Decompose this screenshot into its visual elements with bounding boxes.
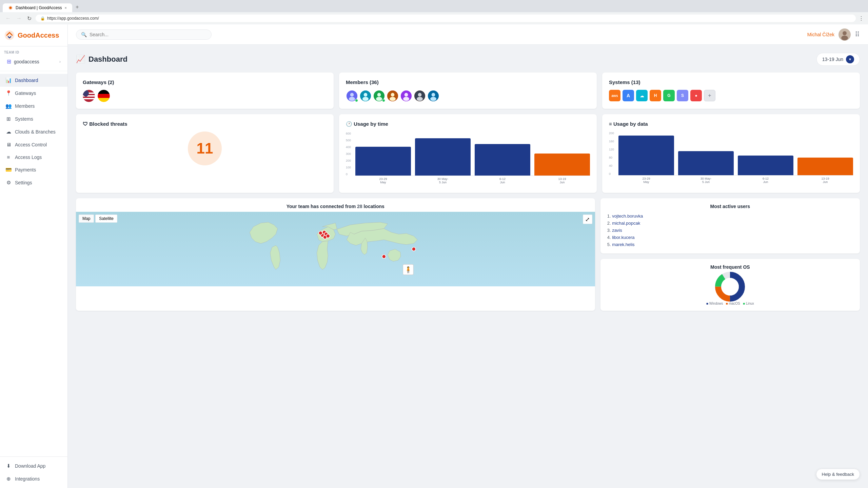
user-link-1[interactable]: vojtech.boruvka — [612, 214, 643, 219]
most-frequent-os-card: Most frequent OS ■ Windows — [600, 259, 860, 311]
most-active-users-title: Most active users — [607, 204, 853, 209]
sidebar-item-systems-label: Systems — [15, 116, 33, 122]
map-expand-button[interactable]: ⤢ — [583, 215, 592, 224]
forward-button[interactable]: → — [15, 14, 23, 23]
systems-card: Systems (13) aws A ☁ H G S ● + — [602, 73, 860, 109]
svg-point-29 — [405, 93, 408, 97]
address-text: https://app.goodaccess.com/ — [47, 16, 99, 21]
x-labels-data: 23-29May 30 May-5 Jun 6-12Jun 13-19Jun — [618, 177, 853, 184]
user-name: Michal Čížek — [807, 32, 834, 37]
team-section: TEAM ID ⊞ goodaccess › — [0, 46, 67, 71]
sidebar-item-access-control[interactable]: 🖥 Access Control — [0, 138, 67, 151]
map-controls: Map Satellite — [79, 215, 117, 223]
dashboard-title: 📈 Dashboard — [76, 55, 127, 64]
svg-point-51 — [721, 278, 739, 296]
user-link-3[interactable]: zavis — [612, 228, 622, 233]
search-bar[interactable]: 🔍 — [76, 29, 212, 40]
svg-point-5 — [841, 36, 848, 40]
bars-time — [355, 132, 590, 176]
lock-icon: 🔒 — [40, 16, 45, 21]
charts-row: 🛡 Blocked threats 11 🕐 Usage by time — [76, 114, 860, 193]
new-tab-button[interactable]: + — [72, 2, 82, 12]
sidebar-item-payments[interactable]: 💳 Payments — [0, 163, 67, 176]
svg-point-18 — [349, 97, 355, 101]
dashboard-icon: 📊 — [5, 77, 12, 83]
user-link-2[interactable]: michal.popcak — [612, 221, 640, 226]
user-list-item-4: 4. libor.kucera — [607, 234, 853, 241]
extensions-button[interactable]: ⋮ — [859, 15, 864, 22]
x-label-1: 23-29May — [355, 177, 411, 184]
map-header: Your team has connected from 28 location… — [76, 198, 595, 212]
browser-actions: ⋮ — [859, 15, 864, 22]
system-add[interactable]: + — [704, 90, 715, 101]
back-button[interactable]: ← — [4, 14, 12, 23]
access-logs-icon: ≡ — [5, 154, 12, 160]
gateways-card-title: Gateways (2) — [83, 79, 327, 85]
sidebar-item-download-label: Download App — [15, 463, 45, 469]
download-icon: ⬇ — [5, 463, 12, 469]
sidebar-item-access-control-label: Access Control — [15, 142, 47, 147]
team-icon: ⊞ — [7, 58, 11, 65]
address-bar[interactable]: 🔒 https://app.goodaccess.com/ — [36, 15, 856, 22]
sidebar-item-integrations[interactable]: ⊕ Integrations — [0, 472, 67, 485]
map-button[interactable]: Map — [79, 215, 94, 223]
usage-time-chart: 600 500 400 300 200 100 0 — [346, 132, 590, 186]
members-row — [346, 90, 590, 102]
clock-icon: 🕐 — [346, 121, 354, 127]
sidebar-item-settings[interactable]: ⚙ Settings — [0, 176, 67, 189]
access-control-icon: 🖥 — [5, 142, 12, 147]
svg-rect-14 — [98, 94, 110, 98]
systems-card-title: Systems (13) — [609, 79, 853, 85]
os-donut-chart — [715, 271, 745, 302]
active-tab: Dashboard | GoodAccess × — [3, 3, 72, 12]
map-container: Map Satellite ⤢ — [76, 212, 595, 286]
bar-2 — [415, 138, 471, 176]
x-label-2: 30 May-5 Jun — [415, 177, 471, 184]
dashboard-header: 📈 Dashboard 13-19 Jun ▾ — [76, 53, 860, 66]
members-card: Members (36) — [339, 73, 597, 109]
member-7 — [427, 90, 439, 102]
most-frequent-os-title: Most frequent OS — [607, 264, 853, 270]
sidebar-item-access-logs-label: Access Logs — [15, 155, 42, 160]
svg-point-32 — [418, 93, 422, 97]
bar-4 — [534, 154, 590, 176]
threat-circle: 11 — [188, 131, 222, 165]
sidebar-item-payments-label: Payments — [15, 167, 36, 172]
payments-icon: 💳 — [5, 167, 12, 173]
member-3 — [373, 90, 385, 102]
satellite-button[interactable]: Satellite — [95, 215, 117, 223]
refresh-button[interactable]: ↻ — [26, 14, 33, 23]
svg-point-36 — [430, 97, 436, 101]
search-input[interactable] — [90, 32, 157, 37]
sidebar-item-dashboard[interactable]: 📊 Dashboard — [0, 74, 67, 87]
sidebar-item-members[interactable]: 👥 Members — [0, 100, 67, 113]
member-avatar-7 — [427, 90, 439, 102]
user-link-4[interactable]: libor.kucera — [612, 235, 634, 240]
member-avatar-6 — [414, 90, 426, 102]
y-axis-data: 200 160 120 80 40 0 — [609, 131, 615, 176]
browser-toolbar: ← → ↻ 🔒 https://app.goodaccess.com/ ⋮ — [0, 12, 868, 24]
sidebar-item-access-logs[interactable]: ≡ Access Logs — [0, 151, 67, 163]
sidebar-item-gateways[interactable]: 📍 Gateways — [0, 87, 67, 100]
team-item[interactable]: ⊞ goodaccess › — [4, 56, 63, 67]
map-svg: 🧍 — [76, 212, 595, 286]
bar-group-2 — [415, 138, 471, 176]
sidebar-item-gateways-label: Gateways — [15, 90, 36, 96]
bar-group-1 — [355, 147, 411, 176]
svg-point-30 — [403, 97, 409, 101]
tab-close-button[interactable]: × — [65, 6, 67, 10]
sidebar-item-clouds-branches[interactable]: ☁ Clouds & Branches — [0, 125, 67, 138]
date-picker[interactable]: 13-19 Jun ▾ — [816, 53, 860, 66]
apps-grid-icon[interactable]: ⠿ — [855, 30, 860, 39]
sidebar-item-download-app[interactable]: ⬇ Download App — [0, 460, 67, 472]
user-list-item-5: 5. marek.helis — [607, 241, 853, 248]
user-avatar[interactable] — [839, 28, 851, 41]
help-feedback-button[interactable]: Help & feedback — [816, 469, 860, 480]
user-link-5[interactable]: marek.helis — [612, 242, 634, 247]
svg-point-43 — [382, 255, 386, 259]
x-label-4: 13-19Jun — [534, 177, 590, 184]
sidebar-item-systems[interactable]: ⊞ Systems — [0, 113, 67, 125]
user-list-item-1: 1. vojtech.boruvka — [607, 212, 853, 220]
threat-count: 11 — [197, 140, 213, 157]
member-1 — [346, 90, 358, 102]
